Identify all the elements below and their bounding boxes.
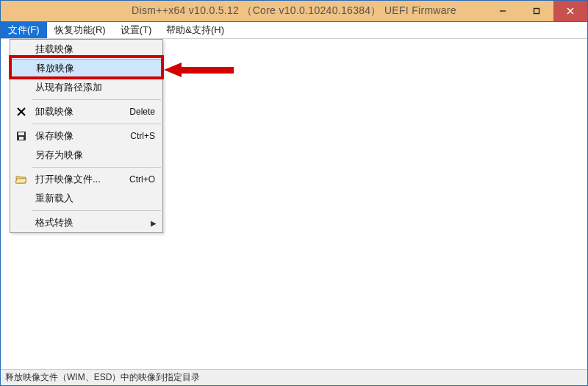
menu-item-label: 格式转换	[35, 216, 74, 229]
titlebar: Dism++x64 v10.0.5.12 （Core v10.0.10240.1…	[1, 1, 587, 21]
caption-buttons	[486, 1, 587, 21]
menu-item-shortcut: Ctrl+O	[129, 174, 155, 185]
menubar: 文件(F) 恢复功能(R) 设置(T) 帮助&支持(H)	[1, 21, 587, 39]
submenu-arrow-icon: ▶	[151, 219, 157, 227]
menu-reload[interactable]: 重新载入	[10, 189, 162, 208]
menu-open-image[interactable]: 打开映像文件... Ctrl+O	[10, 170, 162, 189]
menu-mount-image[interactable]: 挂载映像	[10, 40, 162, 59]
app-window: Dism++x64 v10.0.5.12 （Core v10.0.10240.1…	[0, 0, 588, 386]
menu-help[interactable]: 帮助&支持(H)	[159, 22, 232, 38]
annotation-arrow-icon	[164, 62, 237, 80]
menu-separator	[32, 167, 161, 168]
statusbar: 释放映像文件（WIM、ESD）中的映像到指定目录	[1, 369, 587, 385]
client-area: 挂载映像 释放映像 从现有路径添加 卸载映像 Delete	[1, 39, 587, 369]
menu-file[interactable]: 文件(F)	[1, 22, 47, 38]
svg-marker-10	[164, 62, 182, 77]
menu-recover[interactable]: 恢复功能(R)	[47, 22, 113, 38]
menu-item-label: 从现有路径添加	[35, 81, 102, 94]
menu-save-image[interactable]: 保存映像 Ctrl+S	[10, 126, 162, 146]
menu-item-shortcut: Ctrl+S	[130, 131, 155, 141]
menu-save-as-image[interactable]: 另存为映像	[10, 146, 162, 165]
svg-rect-7	[18, 132, 24, 135]
menu-separator	[32, 210, 161, 211]
menu-unmount-image[interactable]: 卸载映像 Delete	[10, 102, 162, 121]
svg-rect-1	[534, 9, 539, 14]
menu-item-label: 重新载入	[35, 192, 74, 205]
menu-item-label: 保存映像	[35, 129, 74, 143]
menu-add-from-path[interactable]: 从现有路径添加	[10, 78, 162, 97]
menu-item-label: 打开映像文件...	[35, 173, 101, 186]
file-dropdown: 挂载映像 释放映像 从现有路径添加 卸载映像 Delete	[10, 39, 163, 233]
menu-separator	[32, 99, 161, 100]
close-button[interactable]	[553, 1, 587, 21]
menu-item-label: 卸载映像	[35, 105, 74, 118]
menu-settings[interactable]: 设置(T)	[113, 22, 159, 38]
menu-item-label: 另存为映像	[35, 149, 83, 162]
menu-format-convert[interactable]: 格式转换 ▶	[10, 213, 162, 232]
menu-item-label: 释放映像	[36, 62, 74, 75]
minimize-button[interactable]	[486, 1, 520, 21]
menu-separator	[32, 124, 161, 124]
menu-item-label: 挂载映像	[35, 43, 74, 56]
svg-rect-8	[19, 137, 24, 140]
status-text: 释放映像文件（WIM、ESD）中的映像到指定目录	[5, 371, 200, 384]
menu-release-image[interactable]: 释放映像	[10, 59, 162, 78]
maximize-button[interactable]	[520, 1, 553, 21]
delete-icon	[15, 105, 28, 118]
save-icon	[15, 129, 28, 143]
folder-open-icon	[15, 173, 28, 186]
svg-rect-9	[179, 67, 234, 74]
menu-item-shortcut: Delete	[129, 107, 155, 117]
